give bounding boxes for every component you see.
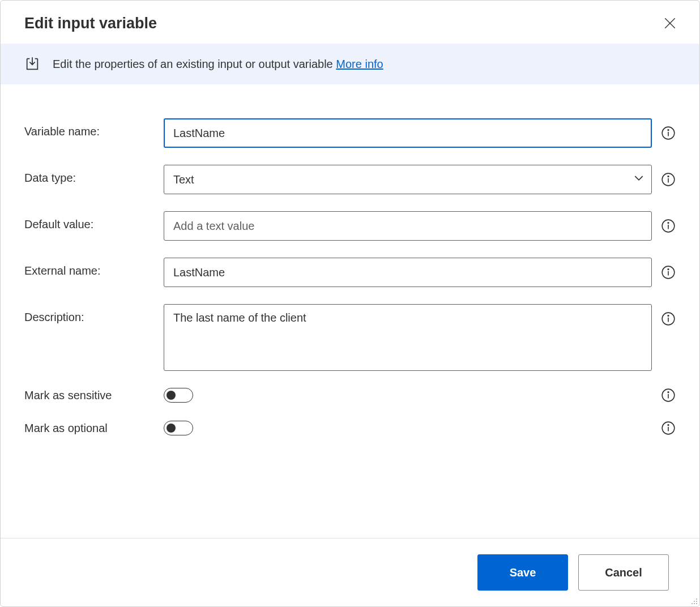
info-icon[interactable] [661,388,676,403]
svg-point-27 [694,603,695,604]
svg-point-19 [668,392,669,393]
info-icon[interactable] [661,311,676,326]
info-icon[interactable] [661,421,676,435]
close-icon [664,18,676,29]
variable-name-label: Variable name: [24,118,164,138]
info-icon[interactable] [661,172,676,187]
info-banner-text: Edit the properties of an existing input… [53,58,383,71]
default-value-input[interactable] [164,211,652,241]
data-type-row: Data type: Text [24,165,676,194]
mark-sensitive-label: Mark as sensitive [24,389,164,402]
data-type-select[interactable]: Text [164,165,652,194]
external-name-label: External name: [24,258,164,277]
save-button[interactable]: Save [477,554,568,591]
description-input[interactable] [164,304,652,371]
svg-point-7 [668,176,669,177]
import-icon [24,56,40,72]
external-name-input[interactable] [164,258,652,287]
svg-point-16 [668,315,669,317]
data-type-label: Data type: [24,165,164,185]
svg-point-25 [696,601,697,602]
cancel-button[interactable]: Cancel [578,554,669,591]
info-banner: Edit the properties of an existing input… [1,44,699,84]
more-info-link[interactable]: More info [336,58,383,70]
svg-point-4 [668,130,669,131]
external-name-row: External name: [24,258,676,287]
variable-name-input[interactable] [164,118,652,148]
close-button[interactable] [661,14,679,32]
svg-point-22 [668,425,669,426]
edit-variable-dialog: Edit input variable Edit the properties … [0,0,700,607]
svg-point-24 [694,601,695,602]
svg-point-26 [692,603,693,604]
dialog-title: Edit input variable [24,15,157,32]
mark-optional-row: Mark as optional [24,421,676,435]
resize-grip-icon[interactable] [689,596,698,605]
variable-name-row: Variable name: [24,118,676,148]
description-row: Description: [24,304,676,371]
dialog-header: Edit input variable [1,1,699,44]
form-body: Variable name: Data type: Text [1,84,699,538]
svg-point-23 [696,599,697,600]
info-icon[interactable] [661,219,676,233]
dialog-footer: Save Cancel [1,538,699,606]
mark-sensitive-toggle[interactable] [164,388,193,403]
default-value-row: Default value: [24,211,676,241]
default-value-label: Default value: [24,211,164,231]
description-label: Description: [24,304,164,324]
mark-sensitive-row: Mark as sensitive [24,388,676,403]
info-icon[interactable] [661,265,676,280]
mark-optional-toggle[interactable] [164,421,193,435]
info-icon[interactable] [661,126,676,140]
svg-point-13 [668,269,669,270]
svg-point-28 [696,603,697,604]
svg-point-10 [668,223,669,224]
mark-optional-label: Mark as optional [24,422,164,435]
